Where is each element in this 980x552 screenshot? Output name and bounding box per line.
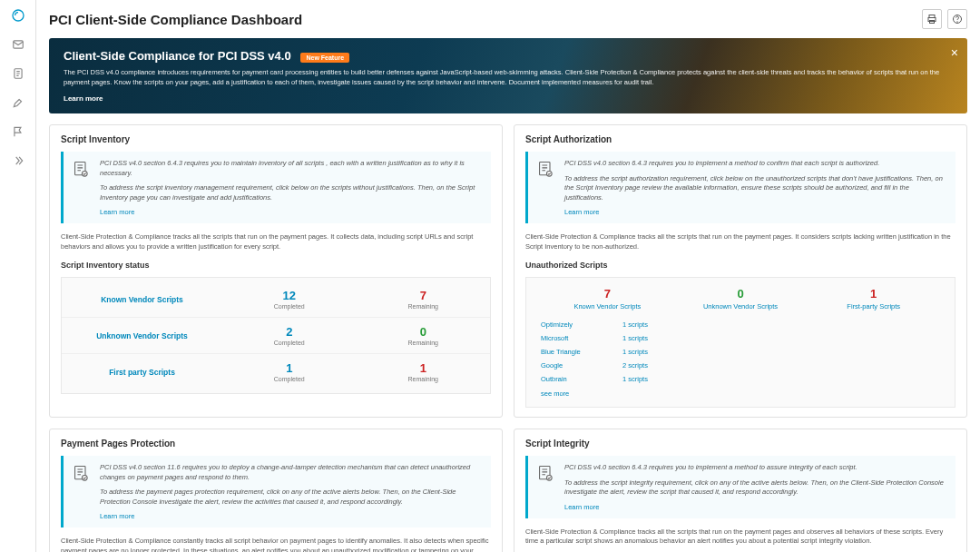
nav-tools-icon[interactable] [10,94,26,111]
sidebar [0,0,36,552]
infobox-learn-more[interactable]: Learn more [564,503,946,511]
stats-row: First party Scripts 1Completed 1Remainin… [62,353,490,389]
card-script-integrity: Script Integrity PCI DSS v4.0 section 6.… [514,429,967,552]
banner-learn-more[interactable]: Learn more [64,94,953,103]
status-heading: Unauthorized Scripts [525,261,956,270]
instruction-text: To address the payment pages protection … [100,488,482,507]
remaining-count[interactable]: 7 [357,289,491,302]
infobox: PCI DSS v4.0 section 6.4.3 requires you … [525,152,956,223]
card-body: Client-Side Protection & Compliance cons… [61,537,491,552]
requirement-text: PCI DSS v4.0 section 6.4.3 requires you … [564,463,946,473]
completed-count[interactable]: 2 [222,325,357,339]
vendor-list: Optimizely1 scripts Microsoft1 scripts B… [541,318,940,386]
vendor-item: Optimizely1 scripts [541,318,940,331]
card-script-authorization: Script Authorization PCI DSS v4.0 sectio… [514,124,967,418]
completed-count[interactable]: 1 [222,361,357,375]
main-content: PCI Client-Side Compliance Dashboard Cli… [36,0,980,552]
instruction-text: To address the script inventory manageme… [100,183,482,202]
nav-messages-icon[interactable] [10,36,26,53]
infobox: PCI DSS v4.0 section 11.6 requires you t… [61,456,491,527]
stats-row: Known Vendor Scripts 12Completed 7Remain… [62,281,490,317]
instruction-text: To address the script integrity requirem… [564,478,946,498]
nav-flag-icon[interactable] [10,123,26,140]
card-title: Script Integrity [525,439,956,448]
card-payment-protection: Payment Pages Protection PCI DSS v4.0 se… [49,429,503,552]
nav-dashboard-icon[interactable] [10,7,26,24]
document-icon [73,161,89,179]
feature-banner: Client-Side Compliance for PCI DSS v4.0 … [49,38,967,113]
document-icon [73,465,89,483]
infobox-learn-more[interactable]: Learn more [564,208,946,216]
requirement-text: PCI DSS v4.0 section 6.4.3 requires you … [100,159,482,178]
see-more-link[interactable]: see more [541,389,940,398]
nav-clipboard-icon[interactable] [10,65,26,82]
remaining-count[interactable]: 1 [357,361,491,375]
requirement-text: PCI DSS v4.0 section 6.4.3 requires you … [564,159,946,169]
banner-title: Client-Side Compliance for PCI DSS v4.0 [64,49,291,63]
vendor-item: Outbrain1 scripts [541,372,940,386]
ua-label[interactable]: Known Vendor Scripts [541,302,674,310]
stats-label[interactable]: Unknown Vendor Scripts [62,331,222,340]
ua-count[interactable]: 0 [674,287,808,301]
document-icon [537,161,554,179]
vendor-item: Google2 scripts [541,359,940,372]
page-header: PCI Client-Side Compliance Dashboard [49,9,967,29]
infobox: PCI DSS v4.0 section 6.4.3 requires you … [525,456,956,518]
nav-expand-icon[interactable] [10,153,26,169]
document-icon [537,465,554,483]
card-title: Payment Pages Protection [61,439,491,448]
vendor-item: Microsoft1 scripts [541,331,940,345]
ua-label[interactable]: First-party Scripts [807,302,940,310]
card-script-inventory: Script Inventory PCI DSS v4.0 section 6.… [49,124,503,418]
ua-label[interactable]: Unknown Vendor Scripts [674,302,808,310]
instruction-text: To address the script authorization requ… [564,174,946,203]
card-title: Script Authorization [525,134,956,144]
card-body: Client-Side Protection & Compliance trac… [61,232,491,251]
svg-point-7 [957,22,958,23]
svg-point-0 [13,10,24,21]
status-heading: Script Inventory status [61,261,491,270]
stats-label[interactable]: First party Scripts [62,368,222,377]
banner-close-icon[interactable]: × [951,45,958,60]
banner-description: The PCI DSS v4.0 compliance introduces r… [64,68,953,87]
card-title: Script Inventory [61,134,491,144]
print-button[interactable] [922,9,942,29]
new-feature-badge: New Feature [300,53,349,63]
infobox-learn-more[interactable]: Learn more [100,208,482,216]
completed-count[interactable]: 12 [222,289,357,302]
card-body: Client-Side Protection & Compliance trac… [525,232,956,251]
unauthorized-stats: 7Known Vendor Scripts 0Unknown Vendor Sc… [525,277,956,408]
remaining-count[interactable]: 0 [357,325,491,339]
ua-count[interactable]: 1 [807,287,940,301]
infobox: PCI DSS v4.0 section 6.4.3 requires you … [61,152,491,223]
ua-count[interactable]: 7 [541,287,674,301]
card-body: Client-Side Protection & Compliance trac… [525,527,956,547]
page-title: PCI Client-Side Compliance Dashboard [49,12,302,27]
vendor-item: Blue Triangle1 scripts [541,345,940,359]
stats-label[interactable]: Known Vendor Scripts [62,295,222,304]
infobox-learn-more[interactable]: Learn more [100,512,482,520]
requirement-text: PCI DSS v4.0 section 11.6 requires you t… [100,463,482,482]
stats-row: Unknown Vendor Scripts 2Completed 0Remai… [62,317,490,353]
help-button[interactable] [947,9,967,29]
inventory-stats: Known Vendor Scripts 12Completed 7Remain… [61,277,491,394]
